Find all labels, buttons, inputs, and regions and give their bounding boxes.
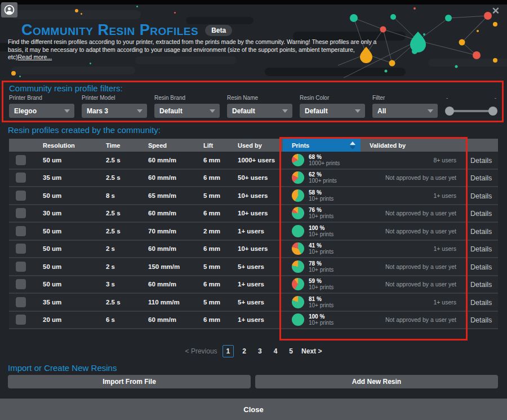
cell-lift: 6 mm	[194, 316, 229, 323]
user-count-slider[interactable]	[445, 104, 497, 118]
beta-badge: Beta	[205, 25, 232, 36]
row-checkbox[interactable]	[16, 208, 26, 218]
header-prints-sorted[interactable]: Prints	[283, 139, 361, 152]
table-row: 20 um 6 s 60 mm/m 6 mm 1+ users 100 % 10…	[9, 312, 498, 330]
success-pie-chart	[292, 154, 304, 166]
cell-speed: 60 mm/m	[139, 316, 194, 323]
cell-lift: 2 mm	[194, 228, 229, 235]
add-new-resin-button[interactable]: Add New Resin	[255, 375, 498, 388]
close-button[interactable]: Close	[0, 399, 507, 420]
table-row: 50 um 2 s 60 mm/m 6 mm 10+ users 41 % 10…	[9, 241, 498, 259]
cell-resolution: 35 um	[34, 299, 97, 306]
filter-dropdown-value: All	[377, 107, 386, 115]
cell-speed: 65 mm/m	[139, 192, 194, 199]
row-checkbox[interactable]	[16, 262, 26, 272]
cell-resolution: 50 um	[34, 228, 97, 235]
details-link[interactable]: Details	[465, 228, 492, 236]
row-checkbox[interactable]	[16, 226, 26, 236]
details-link[interactable]: Details	[465, 263, 492, 271]
filter-dropdown[interactable]: Default	[227, 104, 292, 118]
success-pie-chart	[292, 260, 304, 273]
cell-time: 2.5 s	[97, 210, 139, 216]
pagination-next[interactable]: Next >	[301, 347, 322, 355]
filter-dropdown-value: Mars 3	[87, 107, 108, 115]
details-link[interactable]: Details	[465, 316, 492, 324]
pagination-page-1[interactable]: 1	[223, 345, 234, 357]
filter-field-label: Printer Model	[82, 95, 147, 101]
import-from-file-button[interactable]: Import From File	[8, 375, 251, 388]
cell-used-by: 10+ users	[229, 245, 283, 252]
header-used-by[interactable]: Used by	[229, 142, 283, 149]
cell-time: 8 s	[97, 192, 139, 199]
details-link[interactable]: Details	[465, 245, 492, 253]
row-checkbox[interactable]	[16, 244, 26, 254]
filter-field-label: Filter	[372, 95, 438, 101]
filter-dropdown[interactable]: Elegoo	[9, 104, 74, 118]
details-link[interactable]: Details	[465, 192, 492, 200]
filter-dropdown[interactable]: Mars 3	[82, 104, 147, 118]
details-link[interactable]: Details	[465, 210, 492, 218]
row-checkbox[interactable]	[16, 191, 26, 201]
cell-speed: 150 mm/m	[139, 263, 194, 270]
slider-handle-min[interactable]	[445, 107, 454, 116]
cell-validated-by: Not approved by a user yet	[361, 210, 465, 216]
account-button[interactable]	[1, 2, 17, 17]
row-checkbox[interactable]	[16, 279, 26, 289]
success-percent: 81 %	[309, 296, 333, 302]
success-percent: 41 %	[309, 242, 333, 249]
cell-lift: 5 mm	[194, 299, 229, 306]
cell-prints: 100 % 10+ prints	[283, 225, 361, 237]
cell-used-by: 10+ users	[229, 210, 283, 216]
cell-validated-by: 1+ users	[361, 299, 465, 306]
cell-used-by: 50+ users	[229, 174, 283, 181]
filter-dropdown[interactable]: Default	[300, 104, 365, 118]
cell-lift: 6 mm	[194, 281, 229, 288]
resin-profiles-table: Resolution Time Speed Lift Used by Print…	[9, 139, 498, 329]
header-resolution[interactable]: Resolution	[34, 142, 97, 149]
pagination-page-5[interactable]: 5	[286, 346, 296, 357]
header-speed[interactable]: Speed	[139, 142, 194, 149]
header-validated-by[interactable]: Validated by	[361, 142, 465, 149]
table-row: 35 um 2.5 s 60 mm/m 6 mm 50+ users 62 % …	[9, 170, 498, 188]
cell-validated-by: Not approved by a user yet	[361, 281, 465, 288]
pagination-page-2[interactable]: 2	[239, 346, 250, 357]
cell-validated-by: Not approved by a user yet	[361, 228, 465, 235]
details-link[interactable]: Details	[465, 299, 492, 307]
success-pie-chart	[292, 296, 304, 308]
prints-count: 10+ prints	[309, 320, 333, 326]
details-link[interactable]: Details	[465, 281, 492, 289]
row-checkbox[interactable]	[16, 297, 26, 307]
slider-handle-max[interactable]	[488, 107, 497, 116]
cell-prints: 62 % 100+ prints	[283, 171, 361, 184]
table-row: 50 um 3 s 60 mm/m 6 mm 1+ users 59 % 10+…	[9, 276, 498, 294]
pagination-page-3[interactable]: 3	[255, 346, 265, 357]
filters-title: Community resin profile filters:	[9, 83, 497, 93]
table-row: 35 um 2.5 s 110 mm/m 5 mm 5+ users 81 % …	[9, 294, 498, 312]
filter-dropdown[interactable]: All	[372, 104, 438, 118]
window-top-bar	[0, 0, 507, 5]
chevron-down-icon	[282, 109, 288, 113]
cell-speed: 110 mm/m	[139, 299, 194, 306]
pagination-page-4[interactable]: 4	[270, 346, 281, 357]
prints-count: 10+ prints	[309, 231, 333, 237]
filter-dropdown[interactable]: Default	[154, 104, 220, 118]
header-lift[interactable]: Lift	[194, 142, 229, 149]
cell-time: 2 s	[97, 245, 139, 252]
row-checkbox[interactable]	[16, 173, 26, 183]
row-checkbox[interactable]	[16, 155, 26, 165]
details-link[interactable]: Details	[465, 174, 492, 182]
close-icon[interactable]: ✕	[492, 5, 500, 17]
cell-validated-by: Not approved by a user yet	[361, 174, 465, 181]
cell-validated-by: 1+ users	[361, 245, 465, 252]
success-pie-chart	[292, 225, 304, 237]
success-percent: 78 %	[309, 260, 333, 267]
header-time[interactable]: Time	[97, 142, 139, 149]
cell-lift: 5 mm	[194, 192, 229, 199]
read-more-link[interactable]: Read more...	[18, 54, 52, 60]
row-checkbox[interactable]	[16, 315, 26, 325]
cell-lift: 6 mm	[194, 157, 229, 163]
details-link[interactable]: Details	[465, 157, 492, 165]
cell-used-by: 10+ users	[229, 192, 283, 199]
pagination-previous[interactable]: < Previous	[185, 347, 217, 355]
cell-resolution: 35 um	[34, 174, 97, 181]
